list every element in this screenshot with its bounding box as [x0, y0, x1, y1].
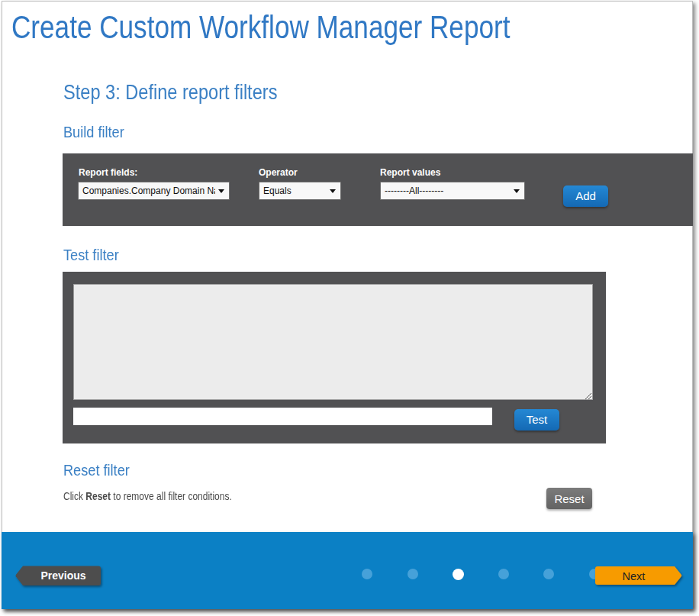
svg-text:Previous: Previous	[40, 569, 85, 582]
svg-text:Next: Next	[623, 570, 646, 582]
